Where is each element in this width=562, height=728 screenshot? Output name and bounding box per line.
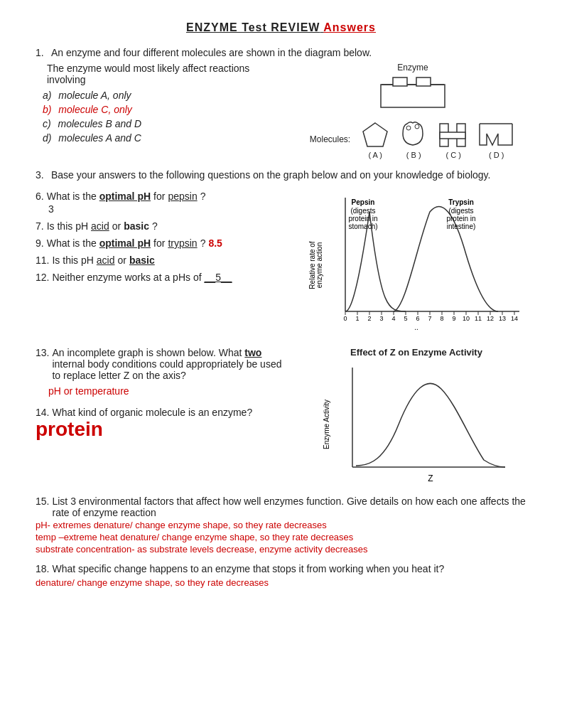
question-14: 14. What kind of organic molecule is an … [36, 407, 292, 441]
q12-num: 12. [36, 272, 49, 283]
svg-text:Pepsin: Pepsin [352, 198, 375, 206]
mol-a-label: ( A ) [368, 151, 382, 159]
molecule-b: ( B ) [397, 119, 430, 159]
mol-d-label: ( D ) [489, 151, 504, 159]
question-18: 18. What specific change happens to an e… [36, 563, 526, 588]
option-d-text: molecules A and C [58, 132, 141, 144]
question-13: 13. An incomplete graph is shown below. … [36, 347, 292, 397]
q7-num: 7. [36, 220, 44, 232]
svg-text:13: 13 [499, 315, 506, 322]
svg-text:enzyme action: enzyme action [315, 242, 323, 288]
q13-text1: An incomplete graph is shown below. What [52, 347, 242, 358]
q1-options: a) molecule A, only b) molecule C, only … [43, 90, 285, 144]
q9-text2: for [153, 237, 165, 249]
mol-a-svg [360, 121, 390, 149]
q14-row: 14. What kind of organic molecule is an … [36, 407, 292, 418]
q11-text2: or [118, 255, 126, 266]
q3-row: 3. Base your answers to the following qu… [36, 169, 526, 181]
svg-text:intestine): intestine) [447, 223, 476, 230]
svg-text:protein in: protein in [348, 215, 377, 223]
q12-blank: __5__ [205, 272, 232, 283]
svg-text:3: 3 [379, 315, 383, 322]
option-a: a) molecule A, only [43, 90, 285, 101]
option-c: c) molecules B and D [43, 118, 285, 129]
question-12: 12. Neither enzyme works at a pHs of __5… [36, 272, 292, 283]
mol-b-svg [397, 119, 430, 149]
q12-text: Neither enzyme works at a pHs of [52, 272, 201, 283]
q1-content: The enzyme would most likely affect reac… [36, 63, 526, 159]
q11-acid: acid [97, 255, 115, 266]
q18-text: What specific change happens to an enzym… [52, 563, 444, 574]
svg-text:(digests: (digests [350, 207, 375, 215]
q18-num: 18. [36, 563, 49, 574]
q11-basic: basic [129, 255, 155, 266]
q7-row: 7. Is this pH acid or basic ? [36, 220, 292, 232]
q15-answer-3: substrate concentration- as substrate le… [36, 544, 526, 555]
option-c-letter: c) [43, 118, 51, 129]
pepsin-trypsin-graph: Relative rate of enzyme action 0 1 2 3 4… [306, 191, 526, 340]
svg-text:7: 7 [428, 315, 431, 322]
q12-row: 12. Neither enzyme works at a pHs of __5… [36, 272, 292, 283]
svg-text:8: 8 [440, 315, 443, 322]
q1-right: Enzyme Molecules: [299, 63, 526, 159]
molecules-label: Molecules: [310, 134, 350, 144]
q9-optimal: optimal pH [99, 237, 151, 249]
z-section: 13. An incomplete graph is shown below. … [36, 347, 526, 488]
svg-rect-1 [393, 77, 407, 86]
q11-num: 11. [36, 255, 49, 266]
mol-b-label: ( B ) [406, 151, 421, 159]
molecules-row: Molecules: ( A ) ( B ) [310, 119, 516, 159]
q1-intro: An enzyme and four different molecules a… [51, 47, 526, 58]
q7-text2: or [112, 220, 121, 232]
svg-text:stomach): stomach) [348, 223, 377, 230]
graph-section: 6. What is the optimal pH for pepsin ? 3… [36, 191, 526, 340]
svg-text:9: 9 [452, 315, 455, 322]
q15-num: 15. [36, 496, 49, 518]
option-c-text: molecules B and D [58, 118, 142, 129]
mol-d-svg [477, 121, 516, 149]
q3-number: 3. [36, 169, 51, 181]
z-graph-svg: Enzyme Activity Z [320, 360, 512, 488]
mol-c-label: ( C ) [445, 151, 460, 159]
svg-point-8 [415, 124, 419, 129]
option-a-text: molecule A, only [58, 90, 131, 101]
q7-acid: acid [91, 220, 109, 232]
enzyme-label: Enzyme [397, 63, 428, 73]
question-11: 11. Is this pH acid or basic [36, 255, 292, 266]
q14-answer: protein [36, 418, 292, 441]
svg-rect-0 [381, 85, 445, 107]
molecule-d: ( D ) [477, 121, 516, 159]
q15-answer-1: pH- extremes denature/ change enzyme sha… [36, 520, 526, 530]
svg-text:0: 0 [343, 315, 347, 322]
q15-row: 15. List 3 environmental factors that af… [36, 496, 526, 518]
svg-rect-2 [416, 77, 431, 86]
q1-number: 1. [36, 47, 51, 58]
enzyme-graph-svg: Relative rate of enzyme action 0 1 2 3 4… [306, 191, 526, 340]
svg-marker-6 [363, 123, 387, 146]
title-answers: Answers [323, 21, 376, 33]
q6-num: 6. [36, 191, 44, 202]
q6-answer-val: 3 [48, 203, 54, 215]
question-1: 1. An enzyme and four different molecule… [36, 47, 526, 159]
enzyme-diagram: Enzyme [377, 63, 448, 109]
q9-num: 9. [36, 237, 44, 249]
page-title: ENZYME Test REVIEW Answers [36, 21, 526, 34]
q14-num: 14. [36, 407, 49, 418]
svg-text:protein in: protein in [446, 215, 475, 223]
q6-optimal: optimal pH [99, 191, 151, 202]
q9-text1: What is the [47, 237, 97, 249]
q6-row: 6. What is the optimal pH for pepsin ? [36, 191, 292, 202]
q11-row: 11. Is this pH acid or basic [36, 255, 292, 266]
q9-trypsin: trypsin [168, 237, 197, 249]
q18-row: 18. What specific change happens to an e… [36, 563, 526, 574]
q6-text3: ? [200, 191, 206, 202]
svg-text:1: 1 [355, 315, 359, 322]
svg-text:4: 4 [391, 315, 395, 322]
q7-text1: Is this pH [47, 220, 88, 232]
question-15: 15. List 3 environmental factors that af… [36, 496, 526, 555]
option-a-letter: a) [43, 90, 51, 101]
z-left: 13. An incomplete graph is shown below. … [36, 347, 292, 488]
q6-answer: 3 [48, 203, 292, 215]
q1-left: The enzyme would most likely affect reac… [36, 63, 285, 159]
svg-text:12: 12 [487, 315, 494, 322]
